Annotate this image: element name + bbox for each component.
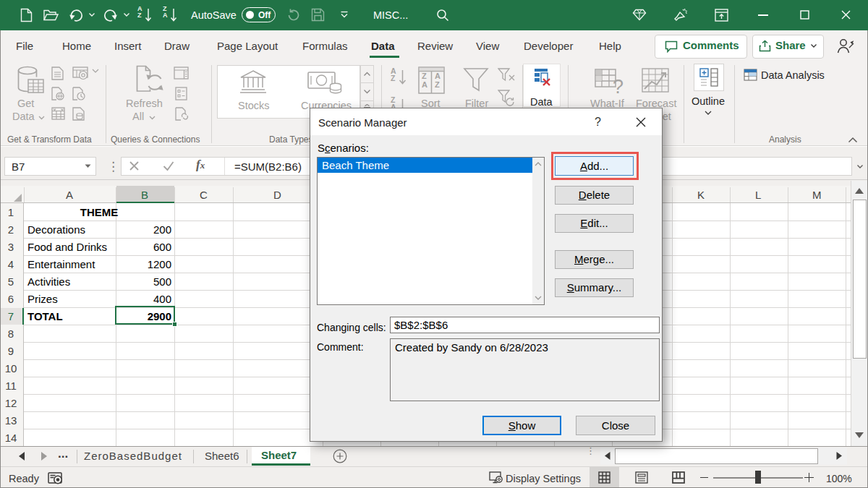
svg-text:?: ? xyxy=(613,76,624,95)
